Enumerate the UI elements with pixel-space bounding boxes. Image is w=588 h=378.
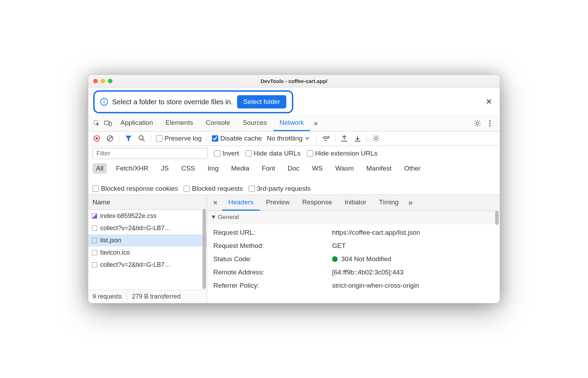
- tab-sources[interactable]: Sources: [236, 115, 273, 131]
- infobar-row: i Select a folder to store override file…: [88, 88, 500, 115]
- titlebar: DevTools - coffee-cart.app/: [88, 75, 500, 88]
- preserve-log-label: Preserve log: [164, 135, 202, 142]
- select-folder-button[interactable]: Select folder: [237, 95, 287, 108]
- kv-key: Request URL:: [213, 229, 332, 236]
- css-file-icon: [92, 213, 97, 219]
- settings-gear-icon[interactable]: [472, 119, 482, 128]
- invert-checkbox[interactable]: Invert: [214, 150, 239, 157]
- general-label: General: [218, 214, 239, 221]
- disable-cache-label: Disable cache: [220, 135, 262, 142]
- inspect-icon[interactable]: [92, 119, 102, 128]
- hide-ext-label: Hide extension URLs: [315, 150, 377, 157]
- hide-data-urls-checkbox[interactable]: Hide data URLs: [245, 150, 301, 157]
- detail-pane: ✕ HeadersPreviewResponseInitiatorTiming»…: [207, 195, 500, 303]
- file-icon: [92, 226, 97, 231]
- chip-img[interactable]: Img: [204, 163, 222, 174]
- blocked-requests-checkbox[interactable]: Blocked requests: [184, 185, 243, 192]
- tab-elements[interactable]: Elements: [159, 115, 199, 131]
- request-item[interactable]: collect?v=2&tid=G-LB7…: [88, 222, 207, 234]
- kebab-menu-icon[interactable]: [485, 119, 495, 128]
- throttling-dropdown[interactable]: No throttling: [267, 135, 311, 142]
- close-infobar-button[interactable]: ✕: [483, 96, 495, 108]
- request-item[interactable]: list.json: [88, 234, 207, 247]
- detail-tabs: ✕ HeadersPreviewResponseInitiatorTiming»: [207, 195, 500, 211]
- request-item[interactable]: collect?v=2&tid=G-LB7…: [88, 259, 207, 271]
- request-name: list.json: [100, 237, 121, 244]
- network-conditions-icon[interactable]: [322, 134, 330, 143]
- kv-row: Status Code:304 Not Modified: [213, 252, 493, 266]
- info-icon: i: [100, 98, 108, 106]
- record-button-icon[interactable]: [93, 134, 101, 143]
- type-filter-chips: AllFetch/XHRJSCSSImgMediaFontDocWSWasmMa…: [88, 161, 500, 195]
- infobar-text: Select a folder to store override files …: [112, 98, 233, 106]
- devtools-window: DevTools - coffee-cart.app/ i Select a f…: [88, 75, 500, 303]
- disable-cache-checkbox[interactable]: Disable cache: [212, 135, 262, 142]
- chip-media[interactable]: Media: [228, 163, 253, 174]
- svg-point-5: [489, 125, 491, 127]
- scrollbar-icon[interactable]: [495, 211, 499, 225]
- network-toolbar: Preserve log Disable cache No throttling: [88, 131, 500, 146]
- status-dot-icon: [332, 256, 338, 262]
- transferred-size: 279 B transferred: [127, 293, 181, 300]
- chip-other[interactable]: Other: [400, 163, 424, 174]
- kv-value: 304 Not Modified: [332, 255, 391, 263]
- svg-rect-2: [109, 122, 111, 126]
- status-bar: 9 requests 279 B transferred: [88, 290, 207, 303]
- search-icon[interactable]: [138, 134, 146, 143]
- detail-tab-timing[interactable]: Timing: [373, 195, 405, 211]
- detail-tab-response[interactable]: Response: [296, 195, 338, 211]
- file-icon: [92, 262, 97, 267]
- request-name: index-b859522e.css: [100, 212, 156, 220]
- chip-font[interactable]: Font: [258, 163, 279, 174]
- hide-extension-urls-checkbox[interactable]: Hide extension URLs: [307, 150, 377, 157]
- filter-funnel-icon[interactable]: [124, 134, 133, 143]
- network-settings-gear-icon[interactable]: [372, 134, 380, 143]
- device-toolbar-icon[interactable]: [103, 119, 113, 128]
- chip-wasm[interactable]: Wasm: [332, 163, 357, 174]
- upload-har-icon[interactable]: [340, 134, 348, 143]
- override-infobar: i Select a folder to store override file…: [93, 90, 293, 113]
- kv-row: Remote Address:[64:ff9b::4b02:3c05]:443: [213, 266, 493, 279]
- file-icon: [92, 238, 97, 243]
- chip-manifest[interactable]: Manifest: [363, 163, 395, 174]
- svg-point-10: [139, 136, 143, 140]
- network-split: Name index-b859522e.csscollect?v=2&tid=G…: [88, 195, 500, 303]
- kv-row: Request URL:https://coffee-cart.app/list…: [213, 226, 493, 239]
- chip-css[interactable]: CSS: [178, 163, 198, 174]
- request-name: collect?v=2&tid=G-LB7…: [100, 225, 171, 232]
- more-detail-tabs-icon[interactable]: »: [405, 198, 416, 207]
- detail-tab-headers[interactable]: Headers: [222, 195, 260, 211]
- detail-tab-initiator[interactable]: Initiator: [338, 195, 373, 211]
- tab-network[interactable]: Network: [273, 115, 310, 131]
- clear-icon[interactable]: [106, 134, 114, 143]
- scrollbar-icon[interactable]: [203, 209, 206, 289]
- request-item[interactable]: index-b859522e.css: [88, 210, 207, 222]
- chip-ws[interactable]: WS: [309, 163, 326, 174]
- svg-line-9: [108, 136, 112, 141]
- chip-doc[interactable]: Doc: [284, 163, 303, 174]
- request-count: 9 requests: [93, 293, 122, 300]
- kv-value: https://coffee-cart.app/list.json: [332, 229, 420, 236]
- more-tabs-icon[interactable]: »: [310, 119, 321, 128]
- close-detail-icon[interactable]: ✕: [208, 196, 222, 210]
- kv-row: Referrer Policy:strict-origin-when-cross…: [213, 279, 493, 292]
- tab-application[interactable]: Application: [114, 115, 159, 131]
- name-column-header[interactable]: Name: [88, 195, 207, 210]
- svg-line-11: [143, 139, 145, 141]
- request-name: collect?v=2&tid=G-LB7…: [100, 261, 171, 269]
- third-party-checkbox[interactable]: 3rd-party requests: [249, 185, 311, 192]
- chip-all[interactable]: All: [93, 163, 107, 174]
- request-item[interactable]: favicon.ico: [88, 247, 207, 259]
- filter-input[interactable]: [93, 148, 208, 159]
- tab-console[interactable]: Console: [199, 115, 236, 131]
- throttling-label: No throttling: [267, 135, 302, 142]
- download-har-icon[interactable]: [353, 134, 362, 143]
- request-name: favicon.ico: [100, 249, 130, 256]
- preserve-log-checkbox[interactable]: Preserve log: [156, 135, 202, 142]
- kv-key: Referrer Policy:: [213, 282, 332, 289]
- chip-fetchxhr[interactable]: Fetch/XHR: [112, 163, 152, 174]
- chip-js[interactable]: JS: [157, 163, 172, 174]
- blocked-cookies-checkbox[interactable]: Blocked response cookies: [93, 185, 178, 192]
- general-section-header[interactable]: ▼ General: [207, 211, 500, 224]
- detail-tab-preview[interactable]: Preview: [260, 195, 296, 211]
